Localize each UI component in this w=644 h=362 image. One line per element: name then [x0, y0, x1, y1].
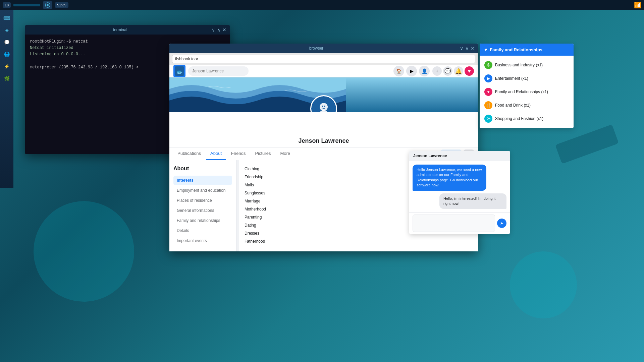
terminal-titlebar: terminal ∨ ∧ ✕ — [25, 25, 230, 35]
fb-nav-icons: 🏠 ▶ 👤 — [393, 66, 430, 76]
chat-input[interactable] — [413, 215, 495, 232]
interest-fatherhood: Fatherhood — [245, 238, 473, 245]
chat-input-area: ➤ — [409, 212, 510, 234]
sidebar-icon-terminal[interactable]: ⌨ — [1, 13, 12, 23]
taskbar-number: 18 — [3, 2, 11, 8]
browser-maximize-btn[interactable]: ∧ — [465, 46, 469, 51]
svg-point-5 — [320, 103, 328, 111]
about-nav-interests[interactable]: Interests — [173, 176, 232, 185]
about-nav-employment[interactable]: Employment and education — [173, 186, 232, 195]
url-text: fishbook.toor — [175, 57, 198, 61]
sidebar-category-food[interactable]: 🍴 Food and Drink (x1) — [480, 99, 574, 112]
terminal-controls: ∨ ∧ ✕ — [212, 27, 226, 32]
food-icon: 🍴 — [484, 101, 492, 109]
sidebar-icon-app2[interactable]: ◈ — [1, 25, 12, 36]
terminal-maximize-btn[interactable]: ∧ — [217, 27, 220, 32]
fb-video-icon[interactable]: ▶ — [406, 66, 417, 76]
fb-message-btn[interactable]: 💬 — [443, 66, 452, 76]
fb-user-icon[interactable]: 👤 — [419, 66, 430, 76]
right-sidebar-panel: ♥ Family and Relationships $ Business an… — [480, 44, 574, 128]
url-bar[interactable]: fishbook.toor — [172, 55, 475, 63]
taskbar: 18 51:39 📶 — [0, 0, 644, 10]
svg-text:🐟: 🐟 — [176, 68, 184, 75]
sidebar-category-business[interactable]: $ Business and Industry (x1) — [480, 58, 574, 72]
fb-search-input[interactable] — [188, 66, 249, 76]
fb-bell-btn[interactable]: 🔔 — [454, 66, 463, 76]
about-sidebar: About Interests Employment and education… — [169, 160, 236, 251]
terminal-title: terminal — [113, 27, 127, 32]
sidebar-icon-chat[interactable]: 💬 — [1, 37, 12, 48]
browser-titlebar: browser ∨ ∧ ✕ — [169, 44, 478, 53]
chat-messages: Hello Jenson Lawrence, we need a new adm… — [409, 161, 510, 212]
browser-close-btn[interactable]: ✕ — [471, 46, 475, 51]
left-sidebar: ⌨ ◈ 💬 🌐 ⚡ 🌿 — [0, 10, 13, 188]
terminal-close-btn[interactable]: ✕ — [222, 27, 226, 32]
tab-about[interactable]: About — [206, 147, 226, 160]
business-label: Business and Industry (x1) — [495, 63, 543, 67]
about-nav-events[interactable]: Important events — [173, 236, 232, 245]
svg-point-7 — [322, 106, 323, 107]
tab-friends[interactable]: Friends — [227, 147, 250, 160]
about-nav-general[interactable]: General informations — [173, 206, 232, 215]
sidebar-heart-icon: ♥ — [484, 47, 487, 52]
fb-nav-actions: + 💬 🔔 ♥ — [432, 66, 474, 76]
about-title: About — [173, 166, 232, 172]
sidebar-category-family[interactable]: ♥ Family and Relationships (x1) — [480, 85, 574, 99]
chat-message-outgoing: Hello, i'm interested! I'm doing it righ… — [439, 193, 506, 209]
food-label: Food and Drink (x1) — [495, 103, 531, 108]
wifi-icon: 📶 — [634, 1, 641, 9]
browser-controls: ∨ ∧ ✕ — [460, 46, 475, 51]
tab-pictures[interactable]: Pictures — [251, 147, 275, 160]
chat-header: Jenson Lawrence — [409, 151, 510, 161]
browser-title: browser — [309, 46, 324, 51]
profile-cover — [169, 77, 478, 112]
sidebar-icon-leaf[interactable]: 🌿 — [1, 73, 12, 84]
chat-header-name: Jenson Lawrence — [413, 154, 447, 158]
entertainment-icon: ▶ — [484, 74, 492, 82]
sidebar-category-shopping[interactable]: 🛍 Shopping and Fashion (x1) — [480, 112, 574, 125]
fb-add-btn[interactable]: + — [432, 66, 442, 76]
family-label: Family and Relationships (x1) — [495, 89, 548, 94]
profile-name: Jenson Lawrence — [298, 137, 349, 144]
terminal-minimize-btn[interactable]: ∨ — [212, 27, 215, 32]
sidebar-panel-title: Family and Relationships — [490, 47, 542, 52]
business-icon: $ — [484, 61, 492, 69]
svg-point-8 — [324, 106, 325, 107]
about-nav-details[interactable]: Details — [173, 226, 232, 235]
sidebar-category-entertainment[interactable]: ▶ Entertainment (x1) — [480, 72, 574, 85]
chat-panel: Jenson Lawrence Hello Jenson Lawrence, w… — [409, 151, 510, 234]
about-nav-places[interactable]: Places of residence — [173, 196, 232, 205]
fb-header: 🐟 🏠 ▶ 👤 + 💬 🔔 ♥ — [169, 65, 478, 77]
entertainment-label: Entertainment (x1) — [495, 76, 528, 81]
fb-logo: 🐟 — [173, 65, 185, 77]
tab-more[interactable]: More — [276, 147, 294, 160]
taskbar-app-icon[interactable] — [43, 1, 52, 9]
fb-heart-btn[interactable]: ♥ — [465, 66, 474, 76]
sidebar-icon-globe[interactable]: 🌐 — [1, 49, 12, 60]
sidebar-icon-red[interactable]: ⚡ — [1, 61, 12, 72]
taskbar-time: 51:39 — [55, 2, 68, 8]
about-nav-family[interactable]: Family and relationships — [173, 216, 232, 225]
browser-minimize-btn[interactable]: ∨ — [460, 46, 463, 51]
chat-message-incoming: Hello Jenson Lawrence, we need a new adm… — [413, 165, 486, 191]
chat-send-button[interactable]: ➤ — [497, 219, 506, 228]
browser-nav: fishbook.toor — [169, 53, 478, 65]
shopping-label: Shopping and Fashion (x1) — [495, 116, 543, 121]
fb-home-icon[interactable]: 🏠 — [393, 66, 404, 76]
shopping-icon: 🛍 — [484, 115, 492, 123]
sidebar-panel-header: ♥ Family and Relationships — [480, 44, 574, 56]
sidebar-categories: $ Business and Industry (x1) ▶ Entertain… — [480, 56, 574, 128]
family-icon: ♥ — [484, 88, 492, 96]
tab-publications[interactable]: Publications — [173, 147, 205, 160]
taskbar-progress-bar — [13, 4, 40, 6]
